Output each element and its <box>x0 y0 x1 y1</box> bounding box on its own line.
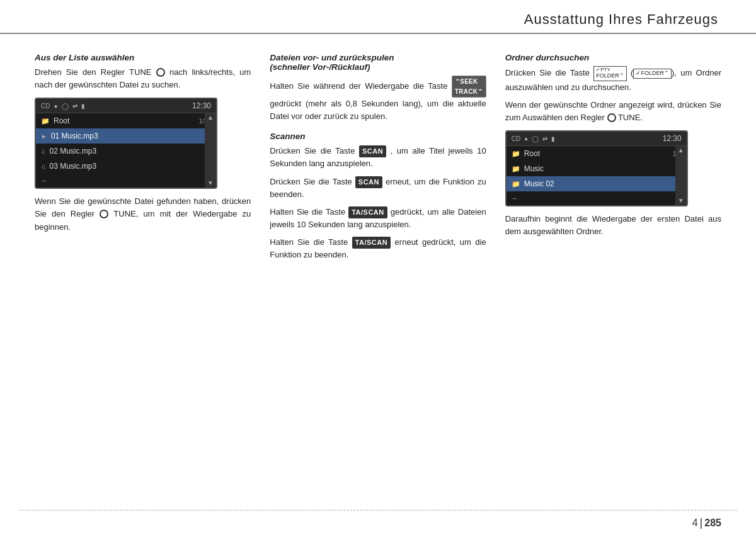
screen2-row-3: 📁 Music 02 <box>507 176 687 191</box>
screen1-scroll-up[interactable]: ▲ <box>207 115 214 121</box>
scan-badge-2: SCAN <box>355 176 382 188</box>
screen2-circle: ◯ <box>532 135 539 142</box>
section-title-1: Aus der Liste auswählen <box>35 53 251 62</box>
page-number: 285 <box>704 517 721 529</box>
dashed-separator <box>19 510 737 511</box>
tune-icon-3 <box>607 113 616 122</box>
screen2-scrollbar: ▲ ▼ <box>675 146 687 205</box>
col2-para5: Halten Sie die Taste TA/SCAN erneut gedr… <box>270 236 486 261</box>
screen2-bt: ● <box>524 135 528 142</box>
col1-para1: Drehen Sie den Regler TUNE nach links/re… <box>35 66 251 91</box>
column-3: Ordner durchsuchen Drücken Sie die Taste… <box>505 53 721 266</box>
page-title: Ausstattung Ihres Fahrzeugs <box>38 11 718 28</box>
column-1: Aus der Liste auswählen Drehen Sie den R… <box>35 53 251 266</box>
screen2-body: 📁 Root 1/3 📁 Music 📁 Music 02 ← <box>507 146 687 205</box>
screen1-header: CD ● ◯ ⇄ ▮ 12:30 <box>36 99 216 113</box>
screen1-music-icon-3: ♫ <box>41 163 46 170</box>
folder-badge-2: ✓FOLDER⌃ <box>633 69 672 79</box>
screen2-cd: CD <box>512 135 520 142</box>
screen2-folder-icon-3: 📁 <box>512 180 520 188</box>
tascan-badge-1: TA/SCAN <box>348 206 387 218</box>
col2-para1: Halten Sie während der Wiedergabe die Ta… <box>270 76 486 123</box>
screen2-time: 12:30 <box>663 134 682 143</box>
main-content: Aus der Liste auswählen Drehen Sie den R… <box>0 47 756 273</box>
car-screen-2: CD ● ◯ ⇄ ▮ 12:30 📁 Root 1/3 📁 <box>505 130 688 206</box>
screen1-cd: CD <box>41 103 50 110</box>
screen1-play-icon: ► <box>41 133 47 140</box>
page-separator: | <box>700 516 703 529</box>
section-title-4: Ordner durchsuchen <box>505 53 721 62</box>
screen1-track2: 02 Music.mp3 <box>50 147 97 155</box>
screen2-folder-icon-1: 📁 <box>512 150 520 158</box>
screen2-folder-icon-2: 📁 <box>512 165 520 173</box>
section-subtitle-2: (schneller Vor-/Rücklauf) <box>270 62 370 72</box>
tascan-badge-2: TA/SCAN <box>352 237 391 249</box>
section-title-2: Dateien vor- und zurückspulen (schneller… <box>270 53 486 72</box>
col3-para2: Wenn der gewünschte Ordner angezeigt wir… <box>505 99 721 124</box>
screen1-row-1: ► 01 Music.mp3 <box>36 128 216 144</box>
screen2-music02-label: Music 02 <box>524 179 554 188</box>
screen1-back-row: ← <box>36 174 216 188</box>
screen1-body: 📁 Root 1/33 ► 01 Music.mp3 ♫ 02 Music.mp… <box>36 113 216 188</box>
screen1-arrows1: ⇄ <box>72 103 77 110</box>
screen2-scroll-up[interactable]: ▲ <box>678 147 684 154</box>
tune-icon-2 <box>100 210 108 218</box>
screen1-scroll-down[interactable]: ▼ <box>207 180 214 186</box>
screen1-bt: ● <box>54 103 57 110</box>
screen1-folder-icon: 📁 <box>41 117 50 125</box>
screen2-back-arrow: ← <box>512 194 519 203</box>
pty-label: ✓PTY <box>596 67 624 72</box>
screen1-folder-label: Root <box>54 116 69 125</box>
screen2-arrows1: ⇄ <box>542 135 547 142</box>
screen1-arrows2: ▮ <box>81 103 85 110</box>
col3-para1: Drücken Sie die Taste ✓PTY FOLDER⌃ ( ✓FO… <box>505 66 721 94</box>
screen1-time: 12:30 <box>192 101 211 110</box>
page-header: Ausstattung Ihres Fahrzeugs <box>0 0 756 34</box>
screen1-track1: 01 Music.mp3 <box>51 132 98 140</box>
screen1-row-2: ♫ 02 Music.mp3 <box>36 144 216 159</box>
section-title-3: Scannen <box>270 132 486 141</box>
scan-badge-1: SCAN <box>359 145 386 157</box>
col1-para2: Wenn Sie die gewünschte Datei gefunden h… <box>35 195 251 233</box>
screen2-back-row: ← <box>507 191 687 205</box>
screen1-row-3: ♫ 03 Music.mp3 <box>36 159 216 174</box>
col2-para2: Drücken Sie die Taste SCAN , um alle Tit… <box>270 145 486 170</box>
screen2-root-label: Root <box>524 149 540 158</box>
col2-para4: Halten Sie die Taste TA/SCAN gedrückt, u… <box>270 206 486 231</box>
screen2-header: CD ● ◯ ⇄ ▮ 12:30 <box>507 132 687 146</box>
car-screen-1: CD ● ◯ ⇄ ▮ 12:30 📁 Root 1/33 ► <box>35 98 217 189</box>
screen2-arrows2: ▮ <box>551 135 555 142</box>
chapter-number: 4 <box>692 517 698 529</box>
screen2-row-2: 📁 Music <box>507 161 687 176</box>
col2-para3: Drücken Sie die Taste SCAN erneut, um di… <box>270 176 486 201</box>
tune-icon-1 <box>156 68 165 77</box>
screen1-back-arrow: ← <box>41 176 49 185</box>
seek-track-badge: ⌃SEEKTRACK⌃ <box>452 76 486 98</box>
column-2: Dateien vor- und zurückspulen (schneller… <box>270 53 486 266</box>
pty-folder-badge: ✓PTY FOLDER⌃ <box>593 66 627 81</box>
folder-label-badge: FOLDER⌃ <box>596 72 624 80</box>
screen1-circle: ◯ <box>62 103 69 110</box>
screen2-music-label: Music <box>524 164 544 173</box>
screen1-scrollbar: ▲ ▼ <box>205 113 216 188</box>
col3-para3: Daraufhin beginnt die Wiedergabe der ers… <box>505 213 721 238</box>
page-footer: 4 | 285 <box>692 516 721 529</box>
screen1-music-icon-2: ♫ <box>41 148 46 155</box>
screen2-row-1: 📁 Root 1/3 <box>507 146 687 161</box>
screen1-track3: 03 Music.mp3 <box>50 162 97 171</box>
screen2-scroll-down[interactable]: ▼ <box>678 198 684 204</box>
screen1-folder-row: 📁 Root 1/33 <box>36 113 216 128</box>
